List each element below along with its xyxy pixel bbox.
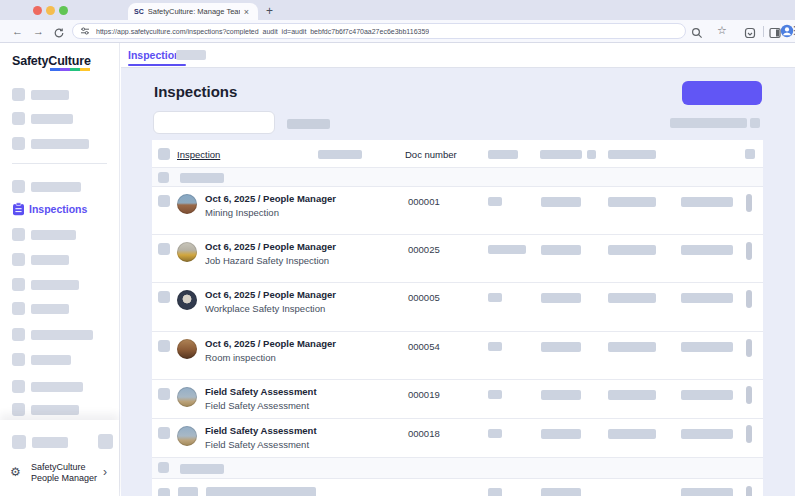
inspection-title[interactable]: Field Safety Assessment (205, 425, 340, 437)
close-tab-icon[interactable]: × (244, 7, 249, 17)
column-header-doc-number[interactable]: Doc number (405, 149, 457, 160)
bookmark-star-icon[interactable]: ☆ (717, 23, 727, 37)
cell-skeleton (608, 390, 656, 400)
cell-skeleton (681, 488, 733, 496)
inspection-template: Room inspection (205, 352, 340, 364)
avatar (177, 387, 197, 407)
column-header-inspection[interactable]: Inspection (177, 149, 220, 160)
sidebar-skeleton-item (0, 276, 120, 294)
inspection-title[interactable]: Oct 6, 2025 / People Manager (205, 289, 340, 301)
row-checkbox[interactable] (158, 195, 170, 207)
table-row[interactable]: Oct 6, 2025 / People Manager Room inspec… (152, 332, 763, 380)
row-checkbox[interactable] (158, 488, 170, 496)
sidebar-footer: ⚙ SafetyCulture People Manager › (0, 420, 119, 496)
cell-skeleton (178, 487, 198, 496)
page-tab-bar: Inspections (121, 43, 795, 68)
avatar (177, 194, 197, 214)
search-input[interactable] (153, 111, 275, 134)
sidebar-skeleton-item (0, 351, 120, 369)
table-header-row: Inspection Doc number (152, 140, 763, 168)
browser-toolbar: ← → https://app.safetyculture.com/inspec… (0, 20, 795, 43)
cell-skeleton (681, 390, 733, 400)
toolbar-divider (763, 26, 764, 37)
row-actions-skeleton (746, 386, 752, 404)
zoom-page-icon[interactable] (691, 25, 703, 43)
cell-skeleton (488, 293, 502, 302)
table-row[interactable]: Oct 6, 2025 / People Manager Workplace S… (152, 283, 763, 332)
browser-tab[interactable]: SC SafetyCulture: Manage Teams × (128, 3, 258, 20)
tab-skeleton (176, 50, 206, 60)
cell-skeleton (488, 245, 526, 254)
org-role: People Manager (31, 473, 97, 484)
avatar (177, 242, 197, 262)
table-group-row (152, 168, 763, 187)
cell-skeleton (488, 488, 502, 496)
tab-title: SafetyCulture: Manage Teams (148, 7, 240, 16)
cell-skeleton (488, 197, 502, 206)
maximize-window-button[interactable] (59, 6, 68, 15)
row-checkbox[interactable] (158, 388, 170, 400)
row-actions-skeleton (746, 339, 752, 357)
row-checkbox[interactable] (158, 427, 170, 439)
org-name: SafetyCulture (31, 462, 86, 473)
sidebar-item-inspections[interactable]: Inspections (0, 200, 120, 218)
table-row[interactable]: Oct 6, 2025 / People Manager Job Hazard … (152, 235, 763, 283)
inspection-template: Field Safety Assessment (205, 400, 340, 412)
table-row[interactable]: Field Safety Assessment Field Safety Ass… (152, 419, 763, 458)
close-window-button[interactable] (33, 6, 42, 15)
cell-skeleton (541, 245, 581, 255)
table-row[interactable]: Oct 6, 2025 / People Manager Mining Insp… (152, 187, 763, 235)
browser-menu-kebab-icon[interactable]: ⋮ (789, 23, 795, 37)
url-text: https://app.safetyculture.com/inspection… (96, 28, 429, 35)
cell-skeleton (541, 293, 581, 303)
inspection-title[interactable]: Oct 6, 2025 / People Manager (205, 241, 340, 253)
sidebar-skeleton-item (0, 378, 120, 396)
cell-skeleton (541, 342, 581, 352)
group-checkbox[interactable] (158, 462, 169, 473)
cell-skeleton (681, 245, 733, 255)
column-settings-skeleton (745, 149, 755, 159)
cell-skeleton (681, 429, 733, 439)
row-actions-skeleton (746, 486, 752, 496)
sidebar-skeleton-item (0, 401, 120, 419)
minimize-window-button[interactable] (46, 6, 55, 15)
group-label-skeleton (180, 173, 224, 183)
select-all-checkbox[interactable] (158, 148, 170, 160)
extensions-icon[interactable] (744, 25, 756, 43)
inspection-template: Workplace Safety Inspection (205, 303, 340, 315)
primary-action-button[interactable] (682, 81, 762, 105)
new-tab-button[interactable]: + (266, 3, 273, 20)
cell-skeleton (681, 293, 733, 303)
doc-number: 000019 (408, 389, 440, 400)
safetyculture-favicon: SC (134, 8, 144, 15)
inspection-title[interactable]: Oct 6, 2025 / People Manager (205, 338, 340, 350)
sidebar-skeleton-item (0, 110, 120, 128)
header-skeleton-bar (670, 118, 747, 128)
row-checkbox[interactable] (158, 243, 170, 255)
row-checkbox[interactable] (158, 340, 170, 352)
doc-number: 000018 (408, 428, 440, 439)
logo-underline (50, 68, 90, 71)
page-title: Inspections (154, 83, 237, 100)
site-settings-icon[interactable] (80, 22, 90, 40)
forward-button[interactable]: → (33, 23, 44, 39)
sidebar-skeleton-item (0, 178, 120, 196)
row-actions-skeleton (746, 425, 752, 443)
safetyculture-logo[interactable]: SafetyCulture (12, 54, 91, 68)
cell-skeleton (681, 197, 733, 207)
cell-skeleton (488, 429, 502, 438)
column-header-skeleton (540, 150, 582, 159)
cell-skeleton (488, 390, 502, 399)
cell-skeleton (608, 293, 656, 303)
back-button[interactable]: ← (12, 23, 23, 39)
org-switcher[interactable]: ⚙ SafetyCulture People Manager › (0, 458, 119, 496)
group-checkbox[interactable] (158, 172, 169, 183)
url-bar[interactable]: https://app.safetyculture.com/inspection… (72, 23, 686, 39)
inspection-template: Field Safety Assessment (205, 439, 340, 451)
table-row[interactable]: Field Safety Assessment Field Safety Ass… (152, 380, 763, 419)
reload-button[interactable] (53, 25, 65, 43)
inspection-title[interactable]: Oct 6, 2025 / People Manager (205, 193, 340, 205)
sidebar-skeleton-item (0, 251, 120, 269)
row-checkbox[interactable] (158, 291, 170, 303)
inspection-title[interactable]: Field Safety Assessment (205, 386, 340, 398)
